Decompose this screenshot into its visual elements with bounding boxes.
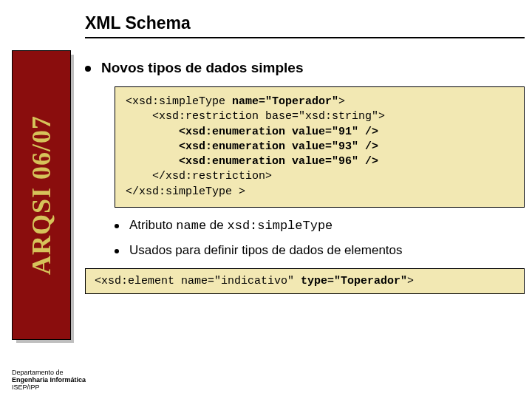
t: de — [206, 218, 227, 232]
code-l3b: <xsd:enumeration value="91" /> — [179, 126, 378, 138]
code-block-element: <xsd:element name="indicativo" type="Top… — [85, 268, 525, 294]
bullet-sub-1: Atributo name de xsd:simpleType — [115, 218, 525, 233]
code-l2: <xsd:restriction base="xsd:string"> — [126, 110, 385, 123]
slide-title: XML Schema — [85, 13, 191, 33]
bullet-sub-2-text: Usados para definir tipos de dados de el… — [129, 243, 403, 258]
t-code: xsd:simpleType — [227, 219, 332, 233]
code-l4a — [126, 140, 179, 153]
footer-l3: ISEP/IPP — [12, 383, 40, 391]
course-banner: ARQSI 06/07 — [12, 50, 71, 340]
t-code: name — [176, 219, 206, 233]
code-l5a — [126, 155, 179, 168]
title-rule — [85, 37, 525, 38]
code-l1a: <xsd:simpleType — [126, 95, 232, 108]
code-l4b: <xsd:enumeration value="93" /> — [179, 140, 378, 153]
code-l3a — [126, 126, 179, 138]
course-banner-text: ARQSI 06/07 — [26, 115, 57, 275]
bullet-dot — [85, 66, 91, 72]
code-l7: </xsd:simpleType > — [126, 185, 245, 198]
bullet-sub-2: Usados para definir tipos de dados de el… — [115, 243, 525, 258]
code-l1b: name="Toperador" — [232, 95, 338, 108]
code2-b: type="Toperador" — [301, 275, 407, 287]
content-area: Novos tipos de dados simples <xsd:simple… — [85, 55, 525, 294]
code-l6: </xsd:restriction> — [126, 170, 272, 183]
footer-l2: Engenharia Informática — [12, 376, 86, 383]
footer: Departamento de Engenharia Informática I… — [12, 369, 86, 392]
bullet-main: Novos tipos de dados simples — [85, 60, 525, 76]
t: Atributo — [129, 218, 176, 232]
code2-a: <xsd:element name="indicativo" — [95, 275, 301, 287]
bullet-sub-1-text: Atributo name de xsd:simpleType — [129, 218, 332, 233]
code-block-simpletype: <xsd:simpleType name="Toperador"> <xsd:r… — [115, 86, 525, 208]
bullet-dot — [115, 249, 119, 253]
code2-c: > — [407, 275, 414, 287]
code-l5b: <xsd:enumeration value="96" /> — [179, 155, 378, 168]
footer-l1: Departamento de — [12, 369, 64, 376]
bullet-dot — [115, 224, 119, 228]
bullet-main-text: Novos tipos de dados simples — [101, 60, 303, 76]
code-l1c: > — [338, 95, 345, 108]
